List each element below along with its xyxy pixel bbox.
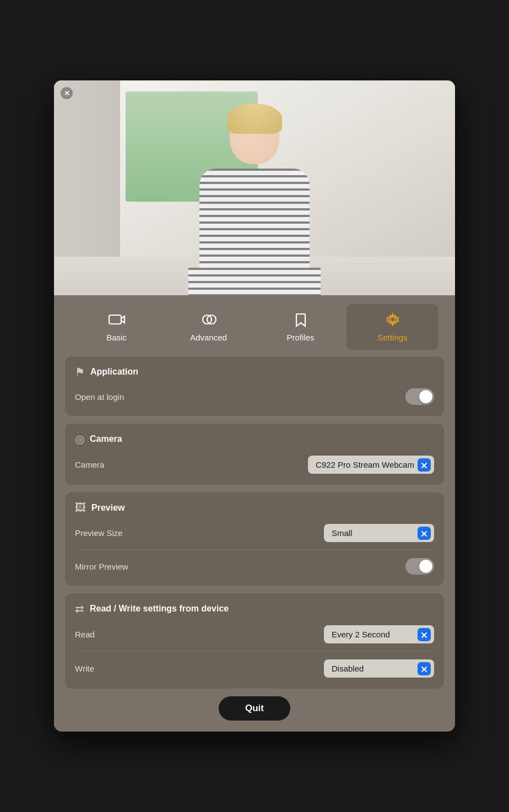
camera-row: Camera C922 Pro Stream Webcam FaceTime H… [75, 453, 434, 476]
camera-preview [54, 80, 455, 295]
open-at-login-label: Open at login [75, 392, 124, 402]
tab-advanced-label: Advanced [190, 333, 227, 342]
read-write-section: ⇄ Read / Write settings from device Read… [65, 593, 444, 689]
person-hair [227, 104, 282, 134]
svg-point-4 [390, 317, 395, 322]
person-torso [199, 169, 310, 268]
person-body [188, 109, 321, 295]
preview-size-select-wrapper: Small Medium Large [324, 524, 434, 542]
mirror-preview-row: Mirror Preview [75, 556, 434, 577]
camera-section: ◎ Camera Camera C922 Pro Stream Webcam F… [65, 424, 444, 485]
circles-icon [200, 312, 218, 329]
camera-select[interactable]: C922 Pro Stream Webcam FaceTime HD Camer… [308, 456, 434, 474]
close-icon: ✕ [64, 89, 70, 98]
read-select-wrapper: Disabled Every Second Every 2 Second Eve… [324, 625, 434, 643]
preview-header: 🖼 Preview [75, 501, 434, 514]
application-header: ⚑ Application [75, 365, 434, 378]
read-label: Read [75, 630, 95, 639]
read-write-divider [75, 651, 434, 652]
mirror-preview-toggle[interactable] [405, 558, 434, 575]
mirror-preview-label: Mirror Preview [75, 562, 128, 571]
close-button[interactable]: ✕ [61, 87, 73, 99]
camera-select-label: Camera [75, 460, 104, 469]
read-write-title: Read / Write settings from device [90, 604, 229, 614]
svg-rect-0 [109, 315, 121, 324]
image-icon: 🖼 [75, 501, 86, 514]
tab-basic[interactable]: Basic [71, 304, 163, 350]
write-select[interactable]: Disabled Every Second Every 2 Second Eve… [324, 659, 434, 678]
application-title: Application [90, 367, 138, 377]
camera-icon [108, 312, 126, 329]
open-at-login-row: Open at login [75, 386, 434, 407]
tab-advanced[interactable]: Advanced [163, 304, 254, 350]
camera-header: ◎ Camera [75, 432, 434, 446]
app-window: ✕ [54, 80, 455, 732]
tab-profiles[interactable]: Profiles [254, 304, 346, 350]
person-head [230, 109, 279, 164]
camera-scene [54, 80, 455, 295]
write-label: Write [75, 664, 94, 673]
flag-icon: ⚑ [75, 365, 85, 378]
application-section: ⚑ Application Open at login [65, 356, 444, 416]
tab-settings[interactable]: Settings [346, 304, 438, 350]
preview-title: Preview [91, 503, 124, 513]
camera-select-wrapper: C922 Pro Stream Webcam FaceTime HD Camer… [308, 456, 434, 474]
tab-bar: Basic Advanced Profil [65, 295, 444, 356]
preview-divider [75, 550, 434, 550]
camera-section-icon: ◎ [75, 432, 84, 446]
person-arms [188, 268, 321, 295]
open-at-login-toggle[interactable] [405, 388, 434, 405]
sync-icon: ⇄ [75, 602, 84, 615]
preview-size-row: Preview Size Small Medium Large [75, 522, 434, 544]
bookmark-icon [292, 312, 310, 329]
write-row: Write Disabled Every Second Every 2 Seco… [75, 657, 434, 680]
tab-basic-label: Basic [106, 333, 127, 342]
tab-settings-label: Settings [377, 333, 407, 342]
tab-profiles-label: Profiles [286, 333, 314, 342]
settings-panel: Basic Advanced Profil [54, 295, 455, 732]
read-row: Read Disabled Every Second Every 2 Secon… [75, 623, 434, 646]
quit-button[interactable]: Quit [219, 696, 290, 721]
preview-section: 🖼 Preview Preview Size Small Medium Larg… [65, 492, 444, 586]
preview-size-select[interactable]: Small Medium Large [324, 524, 434, 542]
read-write-header: ⇄ Read / Write settings from device [75, 602, 434, 615]
gear-icon [384, 312, 402, 329]
read-select[interactable]: Disabled Every Second Every 2 Second Eve… [324, 625, 434, 643]
camera-section-title: Camera [90, 434, 122, 444]
preview-size-label: Preview Size [75, 528, 123, 538]
write-select-wrapper: Disabled Every Second Every 2 Second Eve… [324, 659, 434, 678]
